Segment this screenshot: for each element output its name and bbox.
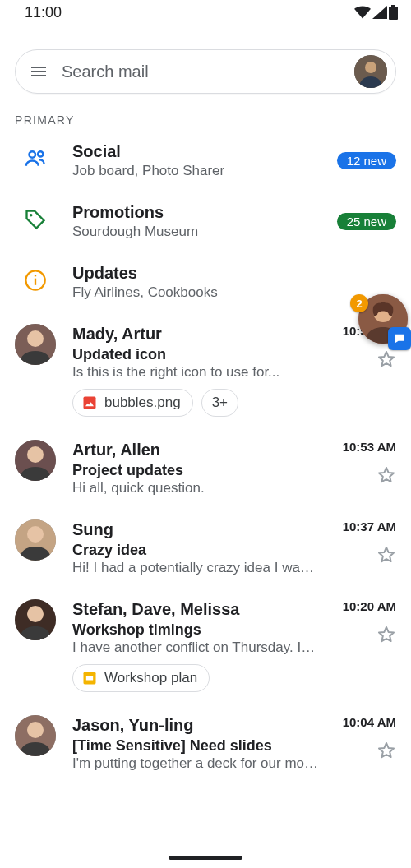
email-subject: [Time Sensitive] Need slides bbox=[72, 737, 321, 755]
attachment-row: bubbles.png3+ bbox=[72, 389, 321, 417]
email-sender: Stefan, Dave, Melissa bbox=[72, 599, 321, 620]
category-title: Updates bbox=[72, 263, 396, 284]
badge-new: 12 new bbox=[337, 152, 396, 169]
more-attachments-chip[interactable]: 3+ bbox=[201, 389, 238, 417]
account-avatar[interactable] bbox=[354, 55, 387, 88]
battery-icon bbox=[389, 5, 398, 20]
email-time: 10:04 AM bbox=[343, 715, 396, 729]
status-time: 11:00 bbox=[25, 4, 62, 21]
email-time: 10:37 AM bbox=[343, 519, 396, 533]
svg-rect-8 bbox=[84, 397, 96, 409]
email-time: 10:53 AM bbox=[343, 440, 396, 454]
status-bar: 11:00 bbox=[0, 0, 411, 25]
chat-head[interactable]: 2 bbox=[355, 293, 411, 349]
category-social[interactable]: Social Job board, Photo Sharer 12 new bbox=[0, 130, 411, 191]
email-subject: Workshop timings bbox=[72, 621, 321, 639]
menu-icon[interactable] bbox=[29, 62, 48, 81]
chat-icon bbox=[388, 327, 411, 350]
email-subject: Crazy idea bbox=[72, 542, 321, 559]
star-icon[interactable] bbox=[376, 349, 396, 369]
email-row[interactable]: Jason, Yun-ling[Time Sensitive] Need sli… bbox=[0, 704, 411, 783]
svg-point-14 bbox=[27, 606, 44, 622]
search-bar[interactable] bbox=[15, 49, 396, 94]
svg-point-12 bbox=[27, 526, 44, 542]
wifi-icon bbox=[354, 6, 371, 19]
sender-avatar[interactable] bbox=[15, 519, 56, 561]
tag-icon bbox=[24, 208, 47, 234]
sender-avatar[interactable] bbox=[15, 599, 56, 640]
email-sender: Mady, Artur bbox=[72, 324, 321, 344]
people-icon bbox=[23, 146, 48, 174]
email-subject: Project updates bbox=[72, 462, 321, 479]
star-icon[interactable] bbox=[376, 545, 396, 565]
section-label: PRIMARY bbox=[0, 105, 411, 130]
svg-point-10 bbox=[27, 446, 44, 463]
category-title: Social bbox=[72, 141, 321, 162]
attachment-label: Workshop plan bbox=[104, 670, 197, 686]
status-icons bbox=[354, 5, 398, 20]
svg-rect-4 bbox=[35, 279, 36, 285]
attachment-chip[interactable]: Workshop plan bbox=[72, 664, 210, 692]
attachment-label: bubbles.png bbox=[104, 395, 181, 411]
attachment-chip[interactable]: bubbles.png bbox=[72, 389, 193, 417]
svg-rect-5 bbox=[35, 275, 36, 276]
svg-point-1 bbox=[365, 62, 376, 73]
svg-point-18 bbox=[27, 722, 44, 738]
email-list: Mady, ArturUpdated iconIs this is the ri… bbox=[0, 312, 411, 783]
svg-rect-16 bbox=[86, 676, 93, 681]
email-preview: I'm putting together a deck for our mont… bbox=[72, 755, 321, 772]
email-preview: Hi! I had a potentially crazy idea I wan… bbox=[72, 560, 321, 576]
email-row[interactable]: SungCrazy ideaHi! I had a potentially cr… bbox=[0, 508, 411, 588]
category-subtitle: Job board, Photo Sharer bbox=[72, 163, 321, 179]
category-subtitle: Sourdough Museum bbox=[72, 224, 321, 240]
svg-point-7 bbox=[27, 330, 44, 347]
star-icon[interactable] bbox=[376, 625, 396, 644]
sender-avatar[interactable] bbox=[15, 440, 56, 481]
email-sender: Sung bbox=[72, 519, 321, 540]
category-updates[interactable]: Updates Fly Airlines, Cookbooks bbox=[0, 252, 411, 312]
attachment-row: Workshop plan bbox=[72, 664, 321, 692]
email-row[interactable]: Mady, ArturUpdated iconIs this is the ri… bbox=[0, 312, 411, 428]
badge-new: 25 new bbox=[337, 213, 396, 230]
star-icon[interactable] bbox=[376, 741, 396, 760]
star-icon[interactable] bbox=[376, 465, 396, 485]
email-preview: I have another conflict on Thursday. Is … bbox=[72, 639, 321, 656]
nav-indicator bbox=[169, 856, 242, 860]
email-sender: Artur, Allen bbox=[72, 440, 321, 460]
email-sender: Jason, Yun-ling bbox=[72, 715, 321, 736]
email-preview: Hi all, quick question. bbox=[72, 480, 321, 496]
category-title: Promotions bbox=[72, 202, 321, 223]
email-time: 10:20 AM bbox=[343, 599, 396, 613]
category-subtitle: Fly Airlines, Cookbooks bbox=[72, 284, 396, 301]
search-input[interactable] bbox=[62, 62, 341, 81]
sender-avatar[interactable] bbox=[15, 324, 56, 365]
email-row[interactable]: Stefan, Dave, MelissaWorkshop timingsI h… bbox=[0, 588, 411, 704]
email-row[interactable]: Artur, AllenProject updatesHi all, quick… bbox=[0, 428, 411, 508]
info-icon bbox=[24, 269, 47, 295]
svg-point-2 bbox=[30, 214, 33, 217]
cellular-icon bbox=[372, 6, 387, 19]
chat-head-badge: 2 bbox=[350, 294, 368, 312]
sender-avatar[interactable] bbox=[15, 715, 56, 756]
email-subject: Updated icon bbox=[72, 346, 321, 363]
category-promotions[interactable]: Promotions Sourdough Museum 25 new bbox=[0, 191, 411, 252]
email-preview: Is this is the right icon to use for... bbox=[72, 364, 321, 381]
